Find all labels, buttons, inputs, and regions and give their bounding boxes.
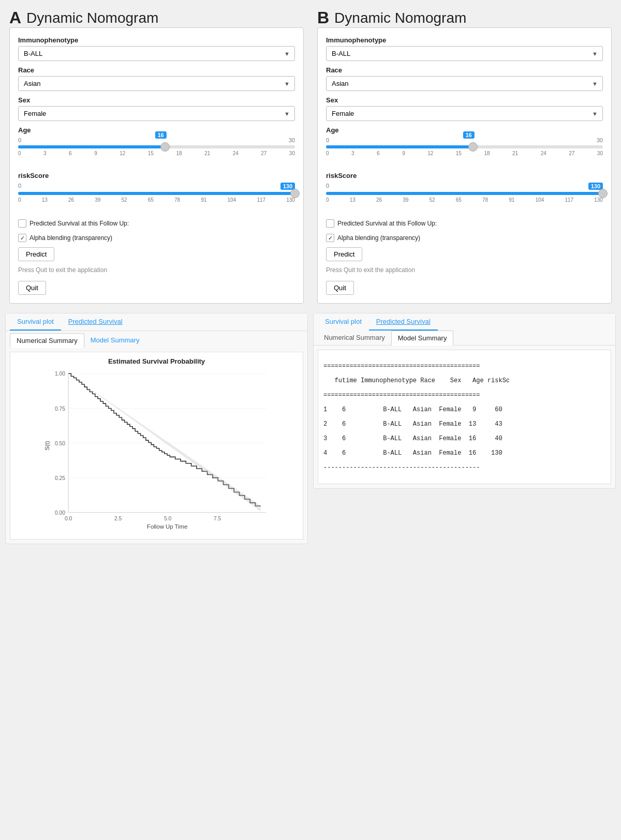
- predicted-survival-label-b: Predicted Survival at this Follow Up:: [337, 220, 437, 227]
- quit-button-b[interactable]: Quit: [326, 281, 354, 295]
- sex-select-a[interactable]: Female Male: [18, 106, 295, 121]
- riskscore-slider-b: 0 130 013263952657891104117130: [326, 183, 603, 213]
- table-separator-mid: ========================================…: [323, 392, 480, 399]
- age-thumb-b[interactable]: 16: [468, 142, 478, 152]
- riskscore-fill-a: [18, 192, 295, 195]
- quit-hint-b: Press Quit to exit the application: [326, 266, 603, 274]
- sex-select-wrapper-b: Female Male ▼: [326, 106, 603, 121]
- riskscore-thumb-b[interactable]: [598, 189, 608, 198]
- main-container: A Dynamic Nomogram Immunophenotype B-ALL…: [0, 0, 621, 549]
- riskscore-ticks-a: 013263952657891104117130: [18, 197, 295, 203]
- age-value-a: 16: [155, 131, 166, 139]
- race-label-b: Race: [326, 66, 603, 74]
- alpha-blending-checkbox-a[interactable]: ✓: [18, 234, 26, 242]
- sub-tabs-row-a: Numerical Summary Model Summary: [6, 331, 307, 348]
- panel-b-title: Dynamic Nomogram: [334, 10, 466, 26]
- predict-button-a[interactable]: Predict: [18, 247, 54, 261]
- panel-a-letter: A: [9, 8, 21, 27]
- riskscore-range-labels-b: 0 130: [326, 183, 603, 190]
- sub-tab-numerical-a[interactable]: Numerical Summary: [10, 333, 84, 348]
- riskscore-min-b: 0: [326, 183, 329, 190]
- svg-text:Follow Up Time: Follow Up Time: [147, 523, 187, 530]
- chart-area-a: Estimated Survival Probability: [10, 352, 303, 539]
- predicted-survival-check-a: Predicted Survival at this Follow Up:: [18, 219, 295, 228]
- race-label-a: Race: [18, 66, 295, 74]
- age-fill-b: [326, 145, 473, 148]
- immunophenotype-select-wrapper-b: B-ALL T-ALL Other ▼: [326, 46, 603, 61]
- panel-a-bottom: Survival plot Predicted Survival Numeric…: [5, 313, 308, 544]
- alpha-blending-check-a: ✓ Alpha blending (transparency): [18, 234, 295, 242]
- quit-button-a[interactable]: Quit: [18, 281, 46, 295]
- age-slider-a: 0 30 16 036912151821242730: [18, 137, 295, 167]
- predicted-survival-check-b: Predicted Survival at this Follow Up:: [326, 219, 603, 228]
- quit-section-b: Press Quit to exit the application Quit: [326, 266, 603, 295]
- svg-text:1.00: 1.00: [55, 371, 65, 377]
- sex-select-b[interactable]: Female Male: [326, 106, 603, 121]
- riskscore-ticks-b: 013263952657891104117130: [326, 197, 603, 203]
- panel-a-bottom-inner: Survival plot Predicted Survival Numeric…: [5, 313, 308, 544]
- race-select-b[interactable]: Asian White Black Other: [326, 76, 603, 91]
- immunophenotype-select-a[interactable]: B-ALL T-ALL Other: [18, 46, 295, 61]
- riskscore-thumb-a[interactable]: [290, 189, 300, 198]
- table-separator-top: ========================================…: [323, 363, 480, 370]
- table-row-1: 1 6 B-ALL Asian Female 9 60: [323, 406, 502, 413]
- immunophenotype-select-b[interactable]: B-ALL T-ALL Other: [326, 46, 603, 61]
- predict-button-b[interactable]: Predict: [326, 247, 362, 261]
- riskscore-label-a: riskScore: [18, 172, 295, 179]
- panel-a-box: Immunophenotype B-ALL T-ALL Other ▼ Race…: [9, 27, 304, 304]
- age-fill-a: [18, 145, 165, 148]
- tab-predicted-survival-a[interactable]: Predicted Survival: [61, 313, 130, 331]
- panel-b-box: Immunophenotype B-ALL T-ALL Other ▼ Race…: [317, 27, 612, 304]
- age-thumb-a[interactable]: 16: [160, 142, 170, 152]
- sub-tab-model-b[interactable]: Model Summary: [391, 331, 454, 346]
- alpha-blending-check-b: ✓ Alpha blending (transparency): [326, 234, 603, 242]
- race-select-wrapper-a: Asian White Black Other ▼: [18, 76, 295, 91]
- tab-survival-plot-b[interactable]: Survival plot: [318, 313, 369, 331]
- sub-tab-model-a[interactable]: Model Summary: [84, 333, 146, 348]
- immunophenotype-label-b: Immunophenotype: [326, 36, 603, 44]
- svg-text:0.75: 0.75: [55, 406, 65, 412]
- bottom-row: Survival plot Predicted Survival Numeric…: [5, 313, 616, 544]
- svg-text:2.5: 2.5: [114, 516, 122, 521]
- riskscore-fill-b: [326, 192, 603, 195]
- tab-predicted-survival-b[interactable]: Predicted Survival: [369, 313, 438, 331]
- chart-svg-a: 1.00 0.75 0.50 0.25 0.00 S(t) 0.0 2.5 5.…: [16, 368, 298, 534]
- age-min-a: 0: [18, 137, 21, 143]
- age-ticks-b: 036912151821242730: [326, 151, 603, 156]
- svg-marker-17: [68, 373, 261, 511]
- sex-label-b: Sex: [326, 96, 603, 104]
- table-separator-bottom: ----------------------------------------…: [323, 464, 480, 471]
- sex-select-wrapper-a: Female Male ▼: [18, 106, 295, 121]
- race-select-wrapper-b: Asian White Black Other ▼: [326, 76, 603, 91]
- age-track-a: 16: [18, 145, 295, 148]
- svg-text:0.00: 0.00: [55, 510, 65, 516]
- predicted-survival-checkbox-a[interactable]: [18, 219, 26, 228]
- panel-a: A Dynamic Nomogram Immunophenotype B-ALL…: [5, 5, 308, 308]
- table-row-3: 3 6 B-ALL Asian Female 16 40: [323, 435, 502, 442]
- age-min-b: 0: [326, 137, 329, 143]
- riskscore-range-labels-a: 0 130: [18, 183, 295, 190]
- immunophenotype-label-a: Immunophenotype: [18, 36, 295, 44]
- panel-b-bottom-inner: Survival plot Predicted Survival Numeric…: [313, 313, 616, 489]
- tabs-row-a: Survival plot Predicted Survival: [6, 313, 307, 331]
- race-select-a[interactable]: Asian White Black Other: [18, 76, 295, 91]
- table-row-2: 2 6 B-ALL Asian Female 13 43: [323, 421, 502, 428]
- sub-tab-numerical-b[interactable]: Numerical Summary: [318, 331, 391, 345]
- age-value-b: 16: [463, 131, 474, 139]
- predicted-survival-label-a: Predicted Survival at this Follow Up:: [29, 220, 129, 227]
- alpha-blending-checkbox-b[interactable]: ✓: [326, 234, 334, 242]
- table-columns-header: futime Immunophenotype Race Sex Age risk…: [323, 377, 510, 384]
- svg-text:0.25: 0.25: [55, 475, 65, 481]
- predicted-survival-checkbox-b[interactable]: [326, 219, 334, 228]
- svg-text:7.5: 7.5: [214, 516, 221, 521]
- panel-a-title: Dynamic Nomogram: [26, 10, 158, 26]
- riskscore-track-a: [18, 192, 295, 195]
- riskscore-min-a: 0: [18, 183, 21, 190]
- riskscore-label-b: riskScore: [326, 172, 603, 179]
- top-row: A Dynamic Nomogram Immunophenotype B-ALL…: [5, 5, 616, 308]
- svg-text:5.0: 5.0: [164, 516, 172, 521]
- riskscore-slider-a: 0 130 013263952657891104117130: [18, 183, 295, 213]
- table-row-4: 4 6 B-ALL Asian Female 16 130: [323, 449, 502, 457]
- panel-b: B Dynamic Nomogram Immunophenotype B-ALL…: [313, 5, 616, 308]
- tab-survival-plot-a[interactable]: Survival plot: [10, 313, 61, 331]
